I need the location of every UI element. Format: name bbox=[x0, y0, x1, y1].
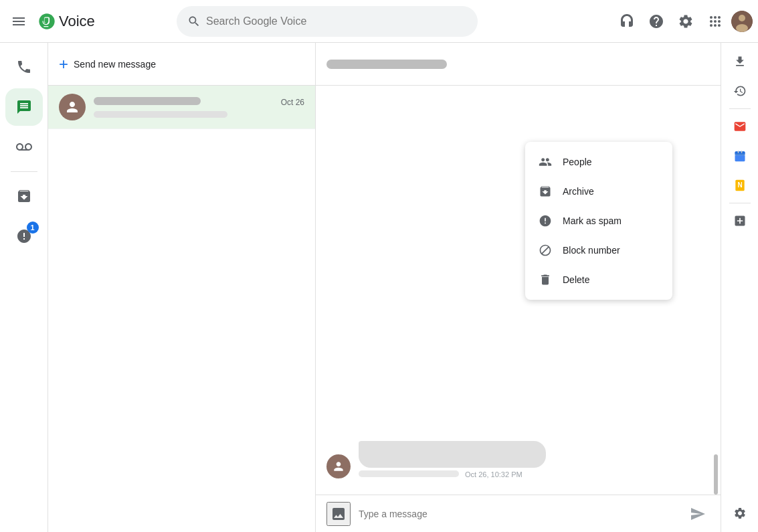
headset-button[interactable] bbox=[613, 8, 640, 35]
new-message-label: Send new message bbox=[74, 59, 156, 70]
chat-contact-blurred bbox=[326, 60, 447, 69]
menu-item-delete[interactable]: Delete bbox=[525, 265, 672, 294]
extension-calendar-button[interactable]: 26 bbox=[727, 143, 753, 169]
svg-rect-13 bbox=[741, 151, 742, 153]
extension-download-button[interactable] bbox=[727, 48, 753, 75]
search-icon bbox=[187, 15, 201, 28]
svg-text:26: 26 bbox=[737, 157, 742, 161]
main-content: 1 + Send new message Oct 26 bbox=[0, 43, 758, 532]
message-time: Oct 26, 10:32 PM bbox=[359, 470, 546, 478]
contact-name-blurred bbox=[94, 97, 201, 105]
message-content: Oct 26, 10:32 PM bbox=[359, 441, 546, 478]
archive-icon bbox=[539, 185, 552, 198]
app-title: Voice bbox=[59, 13, 95, 30]
message-time-text: Oct 26, 10:32 PM bbox=[465, 470, 523, 478]
spam-icon bbox=[539, 214, 552, 228]
sidebar-item-messages[interactable] bbox=[5, 88, 43, 126]
svg-point-5 bbox=[736, 24, 748, 32]
header-left: Voice bbox=[5, 8, 166, 35]
sidebar-divider bbox=[11, 171, 37, 172]
menu-item-people[interactable]: People bbox=[525, 147, 672, 177]
chat-input-area bbox=[316, 495, 721, 532]
extension-history-button[interactable] bbox=[727, 78, 753, 104]
conversation-preview-blurred bbox=[94, 111, 227, 118]
settings-button[interactable] bbox=[672, 8, 699, 35]
conversations-header: + Send new message bbox=[48, 43, 315, 86]
spam-badge: 1 bbox=[27, 221, 39, 234]
message-group: Oct 26, 10:32 PM bbox=[326, 441, 710, 478]
sidebar-item-archive[interactable] bbox=[5, 177, 43, 215]
svg-rect-11 bbox=[735, 151, 745, 155]
sidebar-item-voicemail[interactable] bbox=[5, 128, 43, 166]
hamburger-menu-button[interactable] bbox=[5, 8, 32, 35]
voice-logo[interactable]: Voice bbox=[37, 12, 95, 31]
send-button[interactable] bbox=[686, 502, 710, 526]
extension-settings-button[interactable] bbox=[727, 500, 753, 527]
ext-divider-1 bbox=[729, 108, 751, 109]
conversation-name-row: Oct 26 bbox=[94, 97, 304, 107]
voice-logo-icon bbox=[37, 12, 56, 31]
message-avatar bbox=[326, 454, 351, 478]
search-bar bbox=[177, 6, 478, 37]
block-icon bbox=[539, 244, 552, 257]
extension-bar: 26 N bbox=[721, 43, 758, 532]
image-attach-button[interactable] bbox=[326, 502, 351, 526]
people-icon bbox=[539, 155, 552, 169]
menu-item-archive[interactable]: Archive bbox=[525, 177, 672, 206]
svg-text:N: N bbox=[737, 181, 742, 189]
conversation-info: Oct 26 bbox=[94, 97, 304, 118]
app-header: Voice bbox=[0, 0, 758, 43]
apps-button[interactable] bbox=[702, 8, 729, 35]
message-time-blurred bbox=[359, 470, 459, 477]
help-button[interactable] bbox=[643, 8, 670, 35]
contact-avatar bbox=[59, 94, 86, 120]
svg-rect-12 bbox=[737, 151, 739, 153]
sidebar-nav: 1 bbox=[0, 43, 48, 532]
sidebar-item-calls[interactable] bbox=[5, 48, 43, 86]
ext-divider-2 bbox=[729, 203, 751, 203]
message-input[interactable] bbox=[359, 509, 678, 519]
context-menu: People Archive Mark as spam bbox=[525, 142, 672, 300]
menu-spam-label: Mark as spam bbox=[563, 215, 622, 226]
plus-icon: + bbox=[59, 55, 68, 74]
header-actions bbox=[613, 8, 753, 35]
menu-block-label: Block number bbox=[563, 245, 620, 256]
menu-item-spam[interactable]: Mark as spam bbox=[525, 206, 672, 236]
menu-people-label: People bbox=[563, 157, 592, 167]
conversations-panel: + Send new message Oct 26 bbox=[48, 43, 316, 532]
menu-archive-label: Archive bbox=[563, 186, 594, 197]
new-message-button[interactable]: + Send new message bbox=[59, 55, 156, 74]
svg-point-4 bbox=[739, 15, 745, 21]
extension-gmail-button[interactable] bbox=[727, 113, 753, 140]
message-bubble-blurred bbox=[359, 441, 546, 468]
conversation-date: Oct 26 bbox=[281, 98, 304, 107]
extension-add-button[interactable] bbox=[727, 207, 753, 234]
sidebar-item-spam[interactable]: 1 bbox=[5, 217, 43, 255]
menu-item-block[interactable]: Block number bbox=[525, 236, 672, 265]
conversation-list: Oct 26 bbox=[48, 86, 315, 532]
chat-panel: Oct 26, 10:32 PM bbox=[316, 43, 721, 532]
delete-icon bbox=[539, 273, 552, 286]
extension-keep-button[interactable]: N bbox=[727, 172, 753, 199]
conversation-item[interactable]: Oct 26 bbox=[48, 86, 315, 129]
menu-delete-label: Delete bbox=[563, 274, 589, 285]
avatar[interactable] bbox=[731, 11, 753, 32]
chat-header bbox=[316, 43, 721, 86]
search-input[interactable] bbox=[206, 15, 467, 27]
